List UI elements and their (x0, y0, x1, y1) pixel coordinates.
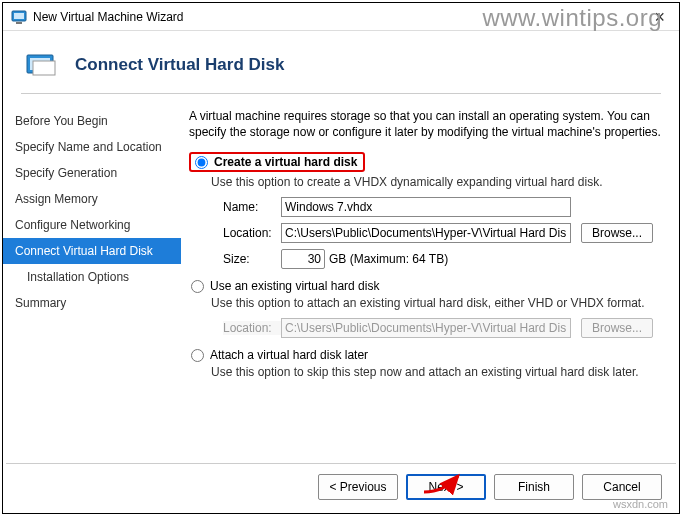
location-label: Location: (223, 226, 281, 240)
svg-rect-2 (16, 22, 22, 24)
size-label: Size: (223, 252, 281, 266)
next-button[interactable]: Next > (406, 474, 486, 500)
name-label: Name: (223, 200, 281, 214)
browse-button-existing: Browse... (581, 318, 653, 338)
size-input[interactable] (281, 249, 325, 269)
sidebar-item-specify-name[interactable]: Specify Name and Location (3, 134, 181, 160)
watermark-top: www.wintips.org (482, 4, 662, 32)
sidebar-item-summary[interactable]: Summary (3, 290, 181, 316)
existing-location-input (281, 318, 571, 338)
wizard-footer: < Previous Next > Finish Cancel (6, 463, 676, 510)
finish-button[interactable]: Finish (494, 474, 574, 500)
wizard-sidebar: Before You Begin Specify Name and Locati… (3, 102, 181, 389)
later-desc: Use this option to skip this step now an… (211, 365, 661, 379)
sidebar-item-connect-vhd[interactable]: Connect Virtual Hard Disk (3, 238, 181, 264)
browse-button-create[interactable]: Browse... (581, 223, 653, 243)
create-desc: Use this option to create a VHDX dynamic… (211, 175, 661, 189)
app-icon (11, 9, 27, 25)
option-create: Create a virtual hard disk Use this opti… (189, 152, 661, 269)
sidebar-item-specify-generation[interactable]: Specify Generation (3, 160, 181, 186)
radio-existing-label: Use an existing virtual hard disk (210, 279, 379, 293)
svg-rect-5 (33, 61, 55, 75)
radio-existing[interactable] (191, 280, 204, 293)
page-title: Connect Virtual Hard Disk (75, 55, 284, 75)
radio-later[interactable] (191, 349, 204, 362)
radio-create[interactable] (195, 156, 208, 169)
content-area: A virtual machine requires storage so th… (181, 102, 679, 389)
previous-button[interactable]: < Previous (318, 474, 398, 500)
existing-location-label: Location: (223, 321, 281, 335)
svg-rect-1 (14, 13, 24, 19)
intro-text: A virtual machine requires storage so th… (189, 108, 661, 140)
cancel-button[interactable]: Cancel (582, 474, 662, 500)
size-unit: GB (Maximum: 64 TB) (329, 252, 448, 266)
wizard-header: Connect Virtual Hard Disk (3, 31, 679, 93)
radio-later-label: Attach a virtual hard disk later (210, 348, 368, 362)
option-later: Attach a virtual hard disk later Use thi… (189, 348, 661, 379)
sidebar-item-assign-memory[interactable]: Assign Memory (3, 186, 181, 212)
sidebar-item-configure-networking[interactable]: Configure Networking (3, 212, 181, 238)
radio-create-label: Create a virtual hard disk (214, 155, 357, 169)
watermark-bottom: wsxdn.com (613, 498, 668, 510)
header-icon (25, 51, 61, 79)
sidebar-item-installation-options[interactable]: Installation Options (3, 264, 181, 290)
name-input[interactable] (281, 197, 571, 217)
option-existing: Use an existing virtual hard disk Use th… (189, 279, 661, 338)
existing-desc: Use this option to attach an existing vi… (211, 296, 661, 310)
sidebar-item-before-you-begin[interactable]: Before You Begin (3, 108, 181, 134)
location-input[interactable] (281, 223, 571, 243)
